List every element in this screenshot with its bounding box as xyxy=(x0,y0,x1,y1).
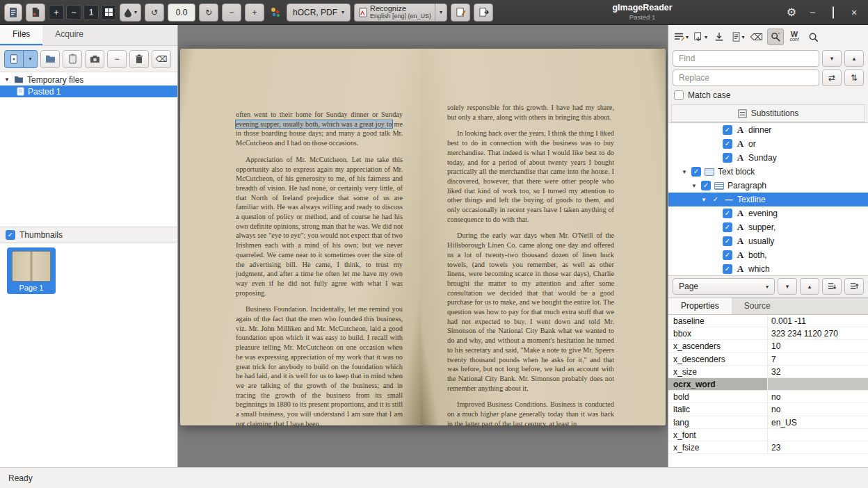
replace-input[interactable] xyxy=(673,70,819,86)
find-next-button[interactable]: ▾ xyxy=(822,50,842,67)
expander-icon[interactable]: ▼ xyxy=(4,76,10,83)
property-row[interactable]: x_descenders 7 xyxy=(668,353,868,366)
single-page-button[interactable]: 1 xyxy=(83,5,99,20)
close-button[interactable]: × xyxy=(849,7,860,18)
tab-acquire[interactable]: Acquire xyxy=(42,25,96,45)
rotation-input[interactable]: 0.0 xyxy=(168,3,195,22)
ocr-paragraph-item[interactable]: ▼ ✓ Paragraph xyxy=(668,179,868,193)
add-images-dropdown-button[interactable]: ▾ xyxy=(24,50,38,68)
checkbox[interactable]: ✓ xyxy=(711,195,721,204)
substitutions-button[interactable]: Substitutions xyxy=(671,104,865,122)
delete-image-button[interactable] xyxy=(129,50,149,68)
ocr-block-item[interactable]: ▼ ✓ Text block xyxy=(668,165,868,179)
checkbox[interactable]: ✓ xyxy=(723,139,732,149)
add-images-button[interactable] xyxy=(4,50,24,68)
zoom-in-button[interactable]: + xyxy=(245,3,264,22)
match-case-checkbox[interactable] xyxy=(674,90,684,100)
property-row[interactable]: x_ascenders 10 xyxy=(668,340,868,352)
expander-icon[interactable]: ▼ xyxy=(691,183,698,189)
ocr-word-item[interactable]: ✓A dinner xyxy=(668,123,868,137)
save-output-button[interactable] xyxy=(711,29,728,45)
checkbox[interactable]: ✓ xyxy=(723,209,732,218)
ocr-word-item[interactable]: ✓A usually xyxy=(668,234,868,248)
property-row[interactable]: bold no xyxy=(668,391,868,403)
ocr-word-item[interactable]: ✓A both, xyxy=(668,248,868,262)
checkbox[interactable]: ✓ xyxy=(723,236,732,246)
recognize-dropdown-button[interactable]: ▾ xyxy=(435,3,447,22)
ocr-word-item[interactable]: ✓A or xyxy=(668,137,868,151)
find-input[interactable] xyxy=(673,50,819,67)
replace-all-button[interactable]: ⇅ xyxy=(844,70,864,86)
checkbox[interactable]: ✓ xyxy=(723,222,732,232)
property-row[interactable]: lang en_US xyxy=(668,416,868,429)
thumbnail-page-1[interactable]: Page 1 xyxy=(7,247,56,294)
selected-textline-highlight[interactable]: evening supper, usually both, which was … xyxy=(236,120,392,128)
tab-properties[interactable]: Properties xyxy=(668,298,732,314)
multi-page-button[interactable] xyxy=(101,5,116,20)
show-confidence-button[interactable]: W conf xyxy=(786,29,803,45)
paragraph: Appreciation of Mr. McCutcheon. Let me t… xyxy=(236,155,403,298)
zoom-out-button[interactable]: − xyxy=(222,3,241,22)
ocr-word-item[interactable]: ✓A supper, xyxy=(668,220,868,234)
screenshot-button[interactable] xyxy=(85,50,104,68)
collapse-all-button[interactable] xyxy=(844,278,864,295)
property-row[interactable]: x_size 32 xyxy=(668,366,868,378)
spellcheck-button[interactable] xyxy=(451,3,470,22)
rotate-left-button[interactable]: ↺ xyxy=(145,3,164,22)
property-row[interactable]: baseline 0.001 -11 xyxy=(668,315,868,327)
find-replace-toggle-button[interactable] xyxy=(767,29,784,45)
checkbox[interactable]: ✓ xyxy=(723,250,732,260)
paste-button[interactable] xyxy=(63,50,82,68)
export-button[interactable]: ▾ xyxy=(692,29,709,45)
property-row[interactable]: x_fsize 23 xyxy=(668,441,868,454)
remove-page-button[interactable]: − xyxy=(66,5,81,20)
open-output-button[interactable]: ▾ xyxy=(730,29,746,45)
ocr-word-item[interactable]: ✓A Sunday xyxy=(668,151,868,165)
image-canvas[interactable]: often went to their home for Sunday dinn… xyxy=(178,25,668,467)
checkbox[interactable]: ✓ xyxy=(723,125,732,135)
ocr-word-item[interactable]: ✓A which xyxy=(668,262,868,275)
settings-gear-button[interactable]: ⚙ xyxy=(786,6,797,19)
checkbox[interactable]: ✓ xyxy=(701,181,711,190)
previous-item-button[interactable]: ▴ xyxy=(800,278,819,295)
find-previous-button[interactable]: ▴ xyxy=(844,50,864,67)
property-row[interactable]: x_font xyxy=(668,429,868,441)
rotate-right-button[interactable]: ↻ xyxy=(199,3,218,22)
next-item-button[interactable]: ▾ xyxy=(778,278,797,295)
ocr-word-item[interactable]: ✓A evening xyxy=(668,206,868,220)
open-folder-button[interactable] xyxy=(40,50,60,68)
property-row[interactable]: bbox 323 234 1120 270 xyxy=(668,327,868,340)
replace-button[interactable]: ⇄ xyxy=(822,70,842,86)
remove-image-button[interactable]: − xyxy=(107,50,127,68)
ocr-mode-select[interactable]: hOCR, PDF ▾ xyxy=(287,3,351,22)
page-combo[interactable]: Page ▾ xyxy=(673,278,775,295)
image-controls-button[interactable]: ▾ xyxy=(120,3,141,22)
checkbox[interactable]: ✓ xyxy=(723,153,732,163)
expand-all-button[interactable] xyxy=(822,278,842,295)
tree-root-temporary-files[interactable]: ▼ Temporary files xyxy=(0,74,177,86)
paragraph: solely responsible for this growth. I ha… xyxy=(447,103,614,122)
tab-source[interactable]: Source xyxy=(732,298,783,314)
recognize-button[interactable]: Recognize English [eng] (en_US) xyxy=(354,3,435,22)
output-pane-toggle-button[interactable] xyxy=(474,3,493,22)
tree-item-pasted[interactable]: Pasted 1 xyxy=(0,86,177,97)
thumbnails-checkbox[interactable]: ✓ xyxy=(6,230,15,240)
checkbox[interactable]: ✓ xyxy=(723,264,732,274)
paragraph: often went to their home for Sunday dinn… xyxy=(236,110,403,148)
scanned-book-image[interactable]: often went to their home for Sunday dinn… xyxy=(180,49,666,425)
expander-icon[interactable]: ▼ xyxy=(700,197,707,203)
clear-images-button[interactable]: ⌫ xyxy=(152,50,171,68)
tab-files[interactable]: Files xyxy=(0,25,42,45)
add-page-button[interactable]: + xyxy=(49,5,64,20)
status-text: Ready xyxy=(8,473,33,483)
clear-output-button[interactable]: ⌫ xyxy=(748,29,765,45)
insert-mode-button[interactable]: ▾ xyxy=(673,29,690,45)
property-row[interactable]: italic no xyxy=(668,403,868,416)
preview-button[interactable] xyxy=(805,29,821,45)
open-button[interactable] xyxy=(26,3,45,22)
ocr-textline-item[interactable]: ▼ ✓— Textline xyxy=(668,193,868,206)
expander-icon[interactable]: ▼ xyxy=(681,169,688,175)
maximize-button[interactable] xyxy=(828,7,839,18)
minimize-button[interactable]: − xyxy=(807,7,818,18)
checkbox[interactable]: ✓ xyxy=(691,167,701,177)
